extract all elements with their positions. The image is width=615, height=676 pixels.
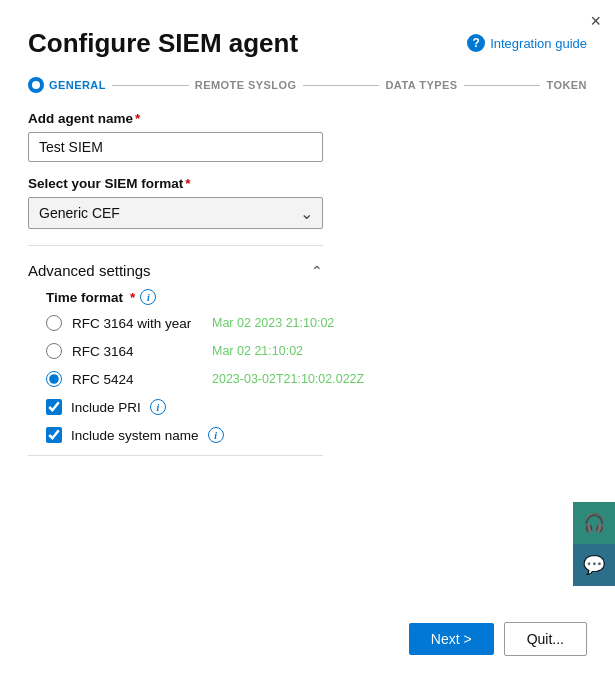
radio-rfc3164-year-label: RFC 3164 with year	[72, 316, 202, 331]
divider-2	[28, 455, 323, 456]
chevron-up-icon: ⌃	[311, 263, 323, 279]
step-token: TOKEN	[546, 79, 587, 91]
integration-guide-icon: ?	[467, 34, 485, 52]
radio-rfc5424-input[interactable]	[46, 371, 62, 387]
close-button[interactable]: ×	[590, 12, 601, 30]
include-system-name-label: Include system name	[71, 428, 199, 443]
radio-rfc3164-input[interactable]	[46, 343, 62, 359]
step-general: GENERAL	[28, 77, 106, 93]
radio-rfc3164-year-input[interactable]	[46, 315, 62, 331]
svg-point-0	[32, 81, 40, 89]
radio-rfc3164-label: RFC 3164	[72, 344, 202, 359]
step-line-2	[303, 85, 380, 86]
radio-rfc3164-year: RFC 3164 with year Mar 02 2023 21:10:02	[46, 315, 587, 331]
step-label-data-types: DATA TYPES	[385, 79, 457, 91]
include-pri-checkbox[interactable]	[46, 399, 62, 415]
time-format-label: Time format* i	[46, 289, 587, 305]
include-system-name-option: Include system name i	[46, 427, 587, 443]
agent-name-input[interactable]	[28, 132, 323, 162]
headset-icon: 🎧	[583, 512, 605, 534]
siem-format-select-wrapper: Generic CEF Splunk QRadar ⌄	[28, 197, 323, 229]
include-system-name-info-icon[interactable]: i	[208, 427, 224, 443]
headset-button[interactable]: 🎧	[573, 502, 615, 544]
modal-body: Add agent name* Select your SIEM format*…	[0, 93, 615, 606]
advanced-panel: Time format* i RFC 3164 with year Mar 02…	[28, 289, 587, 443]
radio-rfc3164-sample: Mar 02 21:10:02	[212, 344, 303, 358]
step-label-token: TOKEN	[546, 79, 587, 91]
chat-icon: 💬	[583, 554, 605, 576]
quit-button[interactable]: Quit...	[504, 622, 587, 656]
modal-header: Configure SIEM agent ? Integration guide	[0, 0, 615, 59]
siem-format-select[interactable]: Generic CEF Splunk QRadar	[28, 197, 323, 229]
radio-rfc5424-sample: 2023-03-02T21:10:02.022Z	[212, 372, 364, 386]
step-dot-general	[28, 77, 44, 93]
step-remote-syslog: REMOTE SYSLOG	[195, 79, 297, 91]
step-line-3	[464, 85, 541, 86]
include-pri-label: Include PRI	[71, 400, 141, 415]
divider-1	[28, 245, 323, 246]
include-pri-option: Include PRI i	[46, 399, 587, 415]
step-label-general: GENERAL	[49, 79, 106, 91]
advanced-settings-toggle[interactable]: Advanced settings ⌃	[28, 262, 323, 279]
integration-guide-link[interactable]: ? Integration guide	[467, 34, 587, 52]
advanced-settings-label: Advanced settings	[28, 262, 151, 279]
side-actions: 🎧 💬	[573, 502, 615, 586]
modal-title: Configure SIEM agent	[28, 28, 298, 59]
radio-rfc3164-year-sample: Mar 02 2023 21:10:02	[212, 316, 334, 330]
step-data-types: DATA TYPES	[385, 79, 457, 91]
stepper: GENERAL REMOTE SYSLOG DATA TYPES TOKEN	[0, 59, 615, 93]
agent-name-field: Add agent name*	[28, 111, 587, 162]
siem-format-label: Select your SIEM format*	[28, 176, 587, 191]
modal-footer: Next > Quit...	[0, 606, 615, 676]
radio-rfc3164: RFC 3164 Mar 02 21:10:02	[46, 343, 587, 359]
integration-guide-label: Integration guide	[490, 36, 587, 51]
chat-button[interactable]: 💬	[573, 544, 615, 586]
next-button[interactable]: Next >	[409, 623, 494, 655]
agent-name-label: Add agent name*	[28, 111, 587, 126]
configure-siem-modal: × Configure SIEM agent ? Integration gui…	[0, 0, 615, 676]
radio-rfc5424-label: RFC 5424	[72, 372, 202, 387]
include-pri-info-icon[interactable]: i	[150, 399, 166, 415]
siem-format-field: Select your SIEM format* Generic CEF Spl…	[28, 176, 587, 229]
include-system-name-checkbox[interactable]	[46, 427, 62, 443]
step-line-1	[112, 85, 189, 86]
radio-rfc5424: RFC 5424 2023-03-02T21:10:02.022Z	[46, 371, 587, 387]
time-format-info-icon[interactable]: i	[140, 289, 156, 305]
step-label-remote-syslog: REMOTE SYSLOG	[195, 79, 297, 91]
